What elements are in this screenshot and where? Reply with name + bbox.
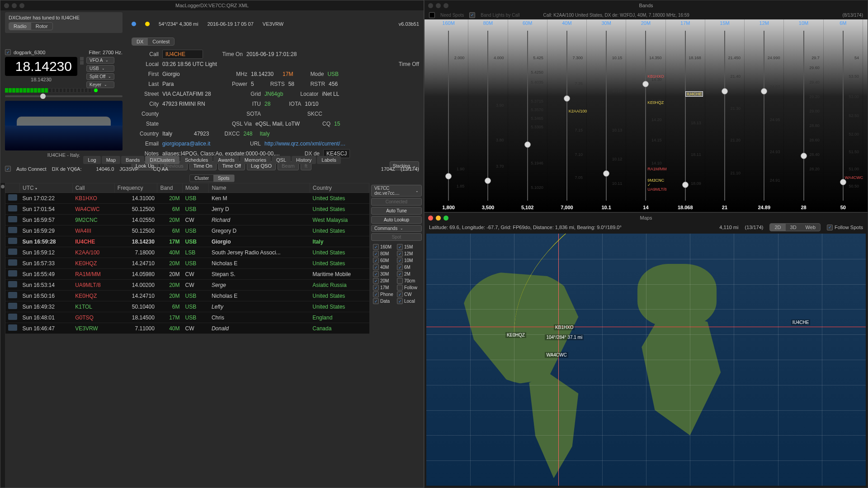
- table-row[interactable]: Sun 16:49:32K1TOL50.104006MUSBLeftyUnite…: [5, 301, 369, 312]
- vfo-select[interactable]: VFO A: [86, 57, 114, 64]
- spot-button[interactable]: Spot: [371, 233, 422, 241]
- band-spot[interactable]: RA1M/MM: [646, 167, 668, 171]
- tab-map[interactable]: Map: [102, 156, 120, 164]
- split-select[interactable]: Split Off: [86, 73, 114, 80]
- tab-memories[interactable]: Memories: [240, 156, 271, 164]
- tab-schedules[interactable]: Schedules: [180, 156, 212, 164]
- band-filter-checkbox[interactable]: ✓17M: [373, 285, 396, 291]
- map-label[interactable]: KE0HQZ: [505, 332, 526, 338]
- col-header[interactable]: Band: [157, 183, 183, 193]
- band-spot[interactable]: K2AA/100: [568, 109, 588, 113]
- close-icon[interactable]: [4, 3, 9, 8]
- table-row[interactable]: Sun 16:53:14UA9MLT/814.0020020MCWSergeAs…: [5, 280, 369, 291]
- step-down-icon[interactable]: [80, 61, 84, 65]
- table-row[interactable]: Sun 17:02:22KB1HXO14.3100020MUSBKen MUni…: [5, 193, 369, 204]
- table-row[interactable]: Sun 16:55:49RA1M/MM14.0598020MCWStepan S…: [5, 269, 369, 280]
- band-slider[interactable]: 60M5,1025.4255.42505.40355.37155.35705.3…: [508, 19, 547, 212]
- table-row[interactable]: Sun 16:48:01G0TSQ18.1450017MUSBChrisEngl…: [5, 312, 369, 323]
- commands-select[interactable]: Commands: [371, 225, 422, 232]
- band-filter-checkbox[interactable]: ✓20M: [373, 278, 396, 284]
- close-icon[interactable]: [428, 3, 433, 8]
- band-filter-checkbox[interactable]: ✓CW: [397, 291, 420, 297]
- band-slider[interactable]: 17M18.06818.16818.1518.1318.1118.09IU4CH…: [666, 19, 705, 212]
- tab-labels[interactable]: Labels: [317, 156, 340, 164]
- mode-select[interactable]: USB: [86, 65, 114, 72]
- tab-awards[interactable]: Awards: [213, 156, 239, 164]
- tab-bands[interactable]: Bands: [121, 156, 144, 164]
- band-filter-checkbox[interactable]: ✓160M: [373, 244, 396, 250]
- map-label[interactable]: IU4CHE: [791, 319, 811, 325]
- cluster-checkbox[interactable]: ✓: [5, 49, 11, 55]
- keyer-select[interactable]: Keyer: [86, 81, 114, 88]
- band-spot[interactable]: IU4CHE: [686, 92, 703, 96]
- slider[interactable]: [5, 95, 123, 97]
- band-slider[interactable]: 15M2121.45021.4021.3021.2021.10: [705, 19, 745, 212]
- minimize-icon[interactable]: [436, 216, 441, 221]
- band-filter-checkbox[interactable]: ✓2M: [397, 271, 420, 277]
- autoconnect-checkbox[interactable]: ✓: [5, 166, 11, 172]
- band-filter-checkbox[interactable]: ✓15M: [397, 244, 420, 250]
- table-row[interactable]: Sun 16:59:12K2AA/1007.1800040MLSBSouth J…: [5, 247, 369, 258]
- main-tabs[interactable]: LogMapBandsDXClustersSchedulesAwardsMemo…: [0, 156, 424, 164]
- band-filter-checkbox[interactable]: ✓Data: [373, 298, 396, 304]
- zoom-icon[interactable]: [443, 3, 448, 8]
- map-label[interactable]: WA4CWC: [545, 352, 568, 358]
- tab-history[interactable]: History: [292, 156, 316, 164]
- band-filter-checkbox[interactable]: ✓80M: [373, 251, 396, 257]
- col-header[interactable]: Name: [209, 183, 310, 193]
- checkbox[interactable]: ✓: [469, 12, 475, 18]
- col-header[interactable]: Frequency: [114, 183, 157, 193]
- band-filter-checkbox[interactable]: ✓10M: [397, 258, 420, 263]
- map-view-segment[interactable]: 2D3DWeb: [769, 223, 821, 231]
- table-row[interactable]: Sun 17:01:54WA4CWC50.125006MUSBJerry DUn…: [5, 204, 369, 215]
- tab-log[interactable]: Log: [83, 156, 100, 164]
- table-row[interactable]: Sun 16:59:28IU4CHE18.1423017MUSBGiorgioI…: [5, 236, 369, 247]
- minimize-icon[interactable]: [436, 3, 441, 8]
- band-slider[interactable]: 40M7,0007.3007.257.157.107.05K2AA/100: [547, 19, 587, 212]
- band-spot[interactable]: KB1HXO: [646, 74, 665, 79]
- band-filter-checkbox[interactable]: ✓Phone: [373, 291, 396, 297]
- band-slider[interactable]: 30M10.110.1510.1410.1310.1210.11: [587, 19, 626, 212]
- band-slider[interactable]: 20M1414.35014.3014.2514.2014.1514.1014.0…: [626, 19, 665, 212]
- band-slider[interactable]: 80M3,5004.0003.903.803.70: [468, 19, 508, 212]
- tab-qsl[interactable]: QSL: [272, 156, 291, 164]
- col-header[interactable]: Mode: [183, 183, 209, 193]
- band-filter-checkbox[interactable]: ✓12M: [397, 251, 420, 257]
- band-filter-checkbox[interactable]: Follow: [397, 285, 420, 291]
- map-view[interactable]: KE0HQZKB1HXO104°/284° 37.1 miWA4CWCIU4CH…: [426, 234, 866, 486]
- frequency-input[interactable]: 18.14230: [5, 57, 77, 76]
- band-spot[interactable]: 9M2CNC ✓: [646, 178, 665, 187]
- band-filter-checkbox[interactable]: 70cm: [397, 278, 420, 284]
- band-filter-checkbox[interactable]: ✓60M: [373, 258, 396, 263]
- band-filter-checkbox[interactable]: ✓40M: [373, 264, 396, 270]
- band-slider[interactable]: 10M2829.729.6029.4029.2029.0028.8028.602…: [784, 19, 823, 212]
- col-header[interactable]: Country: [310, 183, 369, 193]
- radio-rotor-segment[interactable]: Radio Rotor: [9, 22, 53, 30]
- map-view-option[interactable]: 3D: [786, 224, 801, 231]
- band-spot[interactable]: UA9MLT/8: [646, 187, 667, 192]
- connected-button[interactable]: Connected: [371, 198, 422, 206]
- cluster-spots-segment[interactable]: ClusterSpots: [189, 174, 234, 182]
- minimize-icon[interactable]: [12, 3, 17, 8]
- close-icon[interactable]: [428, 216, 433, 221]
- band-slider[interactable]: 6M505453.5053.0052.5052.0051.5051.0050.5…: [824, 19, 863, 212]
- table-row[interactable]: Sun 16:59:29WA4III50.125006MUSBGregory D…: [5, 225, 369, 236]
- col-header[interactable]: Call: [72, 183, 114, 193]
- cluster-select[interactable]: VE7CC dxc.ve7cc....: [371, 185, 422, 197]
- dx-contest-segment[interactable]: DX Contest: [132, 38, 175, 46]
- map-label[interactable]: 104°/284° 37.1 mi: [545, 334, 584, 340]
- band-slider[interactable]: 12M24.8924.99024.9724.9524.9324.91: [745, 19, 784, 212]
- band-filter-checkbox[interactable]: ✓6M: [397, 264, 420, 270]
- follow-spots-checkbox[interactable]: ✓: [827, 225, 833, 230]
- map-label[interactable]: KB1HXO: [554, 324, 575, 330]
- auto-tune-button[interactable]: Auto Tune: [371, 207, 422, 215]
- tab-dxclusters[interactable]: DXClusters: [145, 156, 179, 164]
- zoom-icon[interactable]: [443, 216, 448, 221]
- band-filter-checkbox[interactable]: ✓Local: [397, 298, 420, 304]
- table-row[interactable]: Sun 16:50:16KE0HQZ14.2471020MUSBNicholas…: [5, 291, 369, 301]
- band-spot[interactable]: KE0HQZ: [646, 100, 665, 105]
- zoom-icon[interactable]: [19, 3, 24, 8]
- table-row[interactable]: Sun 16:59:579M2CNC14.0255020MCWRichardWe…: [5, 215, 369, 225]
- map-view-option[interactable]: 2D: [770, 224, 785, 231]
- table-row[interactable]: Sun 16:57:33KE0HQZ14.2471020MUSBNicholas…: [5, 258, 369, 269]
